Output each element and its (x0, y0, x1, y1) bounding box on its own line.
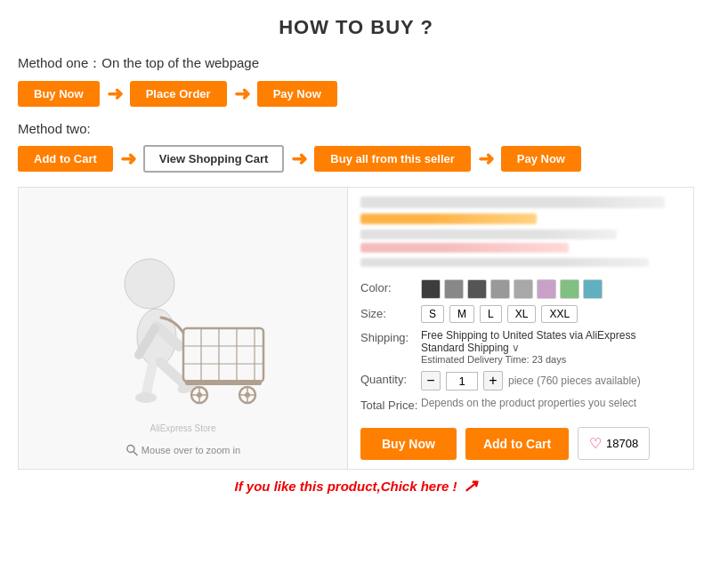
arrow-icon-1: ➜ (107, 83, 123, 106)
wishlist-button[interactable]: ♡ 18708 (578, 427, 650, 460)
method-one-label: Method one：On the top of the webpage (18, 55, 694, 72)
size-l[interactable]: L (480, 305, 502, 323)
method-two-flow: Add to Cart ➜ View Shopping Cart ➜ Buy a… (18, 145, 694, 173)
quantity-decrease-button[interactable]: − (421, 371, 441, 391)
swatch-4[interactable] (490, 279, 510, 299)
swatch-6[interactable] (537, 279, 556, 299)
size-row: Size: S M L XL XXL (360, 305, 681, 323)
quantity-controls: − + piece (760 pieces available) (421, 371, 641, 391)
place-order-button[interactable]: Place Order (130, 81, 227, 107)
page-title: HOW TO BUY ? (18, 16, 694, 39)
add-to-cart-product-button[interactable]: Add to Cart (465, 428, 569, 460)
method-two-label: Method two: (18, 121, 694, 136)
swatch-3[interactable] (467, 279, 487, 299)
watermark: AliExpress Store (150, 423, 216, 433)
cart-figure (85, 239, 281, 417)
cart-svg (85, 239, 281, 417)
svg-line-4 (146, 362, 153, 395)
heart-icon: ♡ (589, 435, 602, 452)
quantity-row: Quantity: − + piece (760 pieces availabl… (360, 371, 681, 391)
pay-now-button-1[interactable]: Pay Now (257, 81, 337, 107)
shipping-row: Shipping: Free Shipping to United States… (360, 329, 681, 365)
click-hint-text: If you like this product,Chick here ! (234, 479, 457, 494)
estimated-delivery: Estimated Delivery Time: 23 days (421, 354, 681, 365)
svg-line-25 (133, 452, 137, 456)
swatch-8[interactable] (583, 279, 603, 299)
quantity-input[interactable] (446, 372, 478, 391)
svg-point-6 (135, 392, 157, 403)
shipping-text: Free Shipping to United States via AliEx… (421, 329, 681, 354)
svg-point-24 (126, 446, 134, 453)
swatch-2[interactable] (444, 279, 464, 299)
svg-line-5 (160, 362, 183, 383)
swatch-7[interactable] (560, 279, 579, 299)
view-shopping-cart-button[interactable]: View Shopping Cart (143, 145, 285, 173)
buy-now-product-button[interactable]: Buy Now (360, 428, 457, 460)
blurred-info-1 (360, 197, 681, 272)
size-label: Size: (360, 305, 421, 320)
wishlist-count: 18708 (606, 437, 638, 450)
quantity-available: piece (760 pieces available) (508, 375, 641, 387)
color-label: Color: (360, 279, 421, 294)
svg-rect-8 (183, 328, 263, 382)
total-price-value: Depends on the product properties you se… (421, 397, 681, 409)
product-section: AliExpress Store Mouse over to zoom in C… (18, 187, 694, 470)
method-one-section: Method one：On the top of the webpage Buy… (18, 55, 694, 107)
zoom-icon (125, 444, 138, 456)
size-m[interactable]: M (449, 305, 474, 323)
svg-point-0 (125, 259, 174, 309)
dropdown-icon[interactable]: ∨ (512, 342, 520, 354)
total-price-label: Total Price: (360, 397, 421, 412)
shipping-label: Shipping: (360, 329, 421, 344)
method-two-section: Method two: Add to Cart ➜ View Shopping … (18, 121, 694, 173)
method-one-flow: Buy Now ➜ Place Order ➜ Pay Now (18, 81, 694, 107)
quantity-label: Quantity: (360, 371, 421, 386)
page-container: HOW TO BUY ? Method one：On the top of th… (0, 0, 712, 505)
color-swatches (421, 279, 603, 299)
arrow-icon-2: ➜ (234, 83, 250, 106)
buy-now-button-1[interactable]: Buy Now (18, 81, 100, 107)
product-details: Color: Size: S M L (348, 188, 693, 469)
zoom-label: Mouse over to zoom in (125, 444, 240, 456)
arrow-up-right-icon: ↗ (463, 475, 478, 496)
swatch-5[interactable] (514, 279, 533, 299)
size-xxl[interactable]: XXL (541, 305, 578, 323)
click-hint: If you like this product,Chick here ! ↗ (18, 475, 694, 496)
quantity-increase-button[interactable]: + (483, 371, 503, 391)
color-row: Color: (360, 279, 681, 299)
buy-all-seller-button[interactable]: Buy all from this seller (314, 146, 470, 172)
size-xl[interactable]: XL (507, 305, 537, 323)
total-price-row: Total Price: Depends on the product prop… (360, 397, 681, 412)
bottom-actions: Buy Now Add to Cart ♡ 18708 (360, 427, 681, 460)
size-options: S M L XL XXL (421, 305, 578, 323)
pay-now-button-2[interactable]: Pay Now (501, 146, 581, 172)
product-image-area: AliExpress Store Mouse over to zoom in (19, 188, 348, 469)
svg-rect-15 (185, 380, 262, 385)
arrow-icon-5: ➜ (478, 148, 494, 171)
arrow-icon-4: ➜ (291, 148, 307, 171)
swatch-1[interactable] (421, 279, 441, 299)
add-to-cart-flow-button[interactable]: Add to Cart (18, 146, 113, 172)
shipping-value: Free Shipping to United States via AliEx… (421, 329, 681, 365)
arrow-icon-3: ➜ (120, 148, 136, 171)
size-s[interactable]: S (421, 305, 444, 323)
